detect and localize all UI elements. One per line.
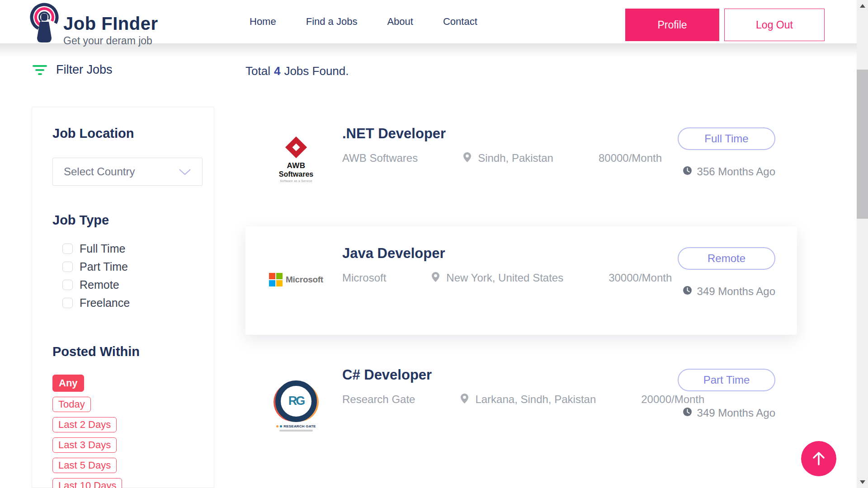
job-company: Research Gate (342, 393, 415, 406)
checkbox-box[interactable] (62, 280, 73, 290)
results-prefix: Total (245, 64, 270, 78)
checkbox-box[interactable] (62, 244, 73, 254)
clock-icon (683, 407, 692, 419)
filter-icon (33, 65, 47, 76)
checkbox-part-time[interactable]: Part Time (62, 258, 203, 276)
nav-about[interactable]: About (387, 16, 413, 28)
job-title: .NET Developer (342, 126, 662, 142)
rg-dot-icon (276, 425, 278, 427)
country-select[interactable]: Select Country (52, 158, 203, 186)
job-salary: 80000/Month (599, 152, 662, 164)
main-nav: Home Find a Jobs About Contact (250, 0, 477, 43)
posted-last-10-days-button[interactable]: Last 10 Days (52, 478, 122, 488)
map-pin-icon (460, 393, 469, 406)
scrollbar-thumb[interactable] (857, 70, 868, 219)
logout-button[interactable]: Log Out (724, 9, 825, 41)
results-count: 4 (274, 64, 280, 78)
job-location: Sindh, Pakistan (478, 152, 553, 164)
rg-monogram: RG (288, 394, 304, 408)
results-count-line: Total 4 Jobs Found. (245, 64, 349, 78)
job-type-heading: Job Type (52, 213, 203, 228)
map-pin-icon (431, 272, 440, 284)
job-card-csharp-developer[interactable]: RG RESEARCH GATE C# Developer Research G… (245, 348, 797, 479)
map-pin-icon (463, 152, 472, 164)
nav-find-a-jobs[interactable]: Find a Jobs (306, 16, 358, 28)
job-card-net-developer[interactable]: AWB Softwares Software as a Service .NET… (245, 107, 797, 215)
rg-dot-icon (280, 425, 282, 427)
checkbox-remote[interactable]: Remote (62, 276, 203, 294)
scrollbar-down-arrow[interactable] (857, 477, 868, 487)
posted-today-button[interactable]: Today (52, 397, 91, 412)
clock-icon (683, 285, 692, 298)
scroll-to-top-button[interactable] (801, 441, 836, 476)
company-logo-research-gate: RG RESEARCH GATE (274, 378, 319, 434)
rg-tagline-strip (279, 430, 313, 432)
job-title: Java Developer (342, 245, 672, 262)
brand-name: Job FInder (63, 14, 158, 34)
company-logo-microsoft: Microsoft (274, 252, 319, 308)
job-type-badge: Full Time (678, 127, 775, 150)
checkbox-freelance[interactable]: Freelance (62, 294, 203, 312)
company-logo-awb: AWB Softwares Software as a Service (274, 132, 319, 188)
job-company: Microsoft (342, 272, 386, 284)
scrollbar[interactable] (857, 0, 868, 488)
arrow-up-icon (811, 450, 826, 468)
profile-button[interactable]: Profile (625, 9, 719, 41)
microsoft-squares-icon (269, 273, 283, 286)
header: Job FInder Get your deram job Home Find … (0, 0, 857, 43)
job-location-heading: Job Location (52, 126, 203, 141)
job-type-badge: Remote (678, 247, 775, 270)
job-finder-logo-icon (30, 2, 59, 45)
chevron-down-icon (179, 165, 191, 178)
job-list: AWB Softwares Software as a Service .NET… (245, 107, 797, 488)
checkbox-label: Freelance (80, 296, 130, 310)
job-type-options: Full Time Part Time Remote Freelance (52, 239, 203, 312)
checkbox-label: Remote (80, 278, 119, 291)
results-suffix: Jobs Found. (284, 64, 349, 78)
job-location: New York, United States (446, 272, 563, 284)
job-posted-ago: 349 Months Ago (697, 407, 775, 419)
checkbox-label: Full Time (80, 242, 125, 255)
country-select-value: Select Country (64, 165, 135, 178)
awb-logo-text: Softwares (279, 170, 313, 178)
microsoft-logo-text: Microsoft (286, 275, 323, 285)
posted-within-heading: Posted Within (52, 344, 203, 359)
posted-any-button[interactable]: Any (52, 375, 84, 392)
research-gate-circle-icon: RG (275, 380, 317, 422)
filter-sidebar: Job Location Select Country Job Type Ful… (32, 107, 214, 488)
awb-logo-tagline: Software as a Service (280, 179, 312, 183)
job-location: Larkana, Sindh, Pakistan (475, 393, 596, 406)
checkbox-label: Part Time (80, 260, 128, 273)
job-title: C# Developer (342, 367, 704, 383)
rg-logo-text: RESEARCH GATE (283, 424, 316, 428)
brand-logo[interactable]: Job FInder Get your deram job (30, 2, 158, 47)
posted-last-2-days-button[interactable]: Last 2 Days (52, 417, 117, 432)
clock-icon (683, 165, 692, 178)
job-posted-ago: 349 Months Ago (697, 285, 775, 298)
awb-logo-text: AWB (287, 161, 305, 170)
job-type-badge: Part Time (678, 369, 775, 391)
nav-home[interactable]: Home (250, 16, 276, 28)
job-company: AWB Softwares (342, 152, 418, 164)
awb-diamond-icon (285, 136, 307, 158)
job-card-java-developer[interactable]: Microsoft Java Developer Microsoft New Y… (245, 226, 797, 335)
filter-jobs-title: Filter Jobs (56, 63, 113, 77)
checkbox-box[interactable] (62, 262, 73, 272)
posted-last-3-days-button[interactable]: Last 3 Days (52, 437, 117, 453)
scrollbar-up-arrow[interactable] (857, 1, 868, 11)
page: Job FInder Get your deram job Home Find … (0, 0, 868, 488)
nav-contact[interactable]: Contact (443, 16, 477, 28)
checkbox-full-time[interactable]: Full Time (62, 239, 203, 258)
posted-last-5-days-button[interactable]: Last 5 Days (52, 458, 117, 473)
brand-tagline: Get your deram job (63, 35, 158, 47)
checkbox-box[interactable] (62, 298, 73, 308)
posted-within-options: Any Today Last 2 Days Last 3 Days Last 5… (52, 375, 203, 488)
job-posted-ago: 356 Months Ago (697, 165, 775, 178)
